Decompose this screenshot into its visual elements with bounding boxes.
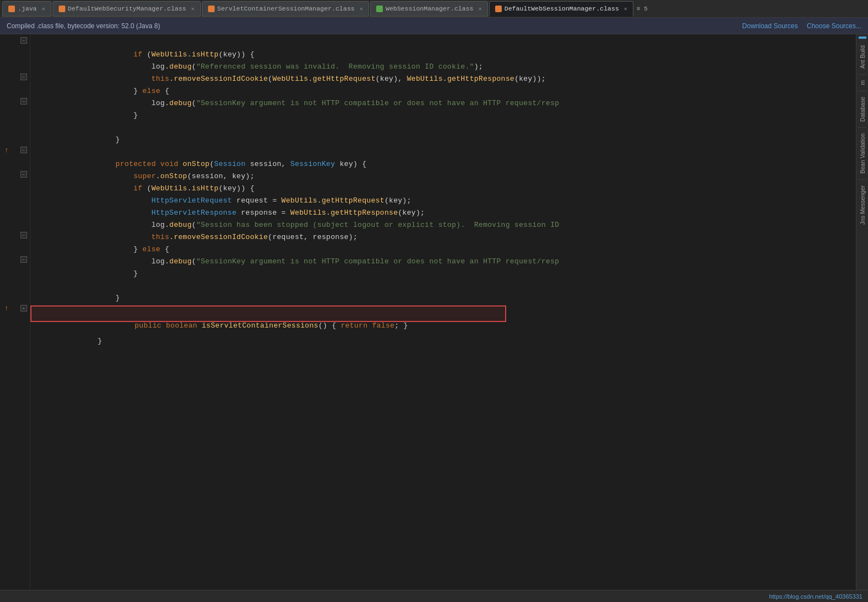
fold-icon-2[interactable]: − (20, 74, 27, 80)
fold-icon-5[interactable]: − (20, 171, 27, 178)
tab-web-session-manager-close[interactable]: ✕ (479, 6, 482, 12)
tab-servlet-container-label: ServletContainerSessionManager.class (217, 5, 355, 12)
fold-icon-6[interactable]: − (20, 232, 27, 238)
choose-sources-link[interactable]: Choose Sources... (807, 22, 861, 30)
code-line-16: this.removeSessionIdCookie(request, resp… (30, 219, 856, 231)
fold-icon-1[interactable]: − (20, 37, 27, 44)
code-line-14: HttpServletResponse response = WebUtils.… (30, 195, 856, 207)
tab-java-label: .java (18, 5, 37, 12)
code-line-22 (30, 292, 856, 304)
sidebar-tab-bean-validation[interactable]: Bean Validation (857, 129, 867, 178)
sidebar-divider-2 (858, 91, 867, 91)
status-bar: https://blog.csdn.net/qq_40365331 (0, 590, 868, 602)
tab-servlet-container-close[interactable]: ✕ (360, 6, 363, 12)
code-line-19: } (30, 256, 856, 268)
fold-icon-8[interactable]: + (20, 305, 27, 312)
code-line-4: } else { (30, 73, 856, 85)
right-sidebar: Ant Build m Database Bean Validation Jns… (856, 34, 868, 602)
code-line-13: HttpServletRequest request = WebUtils.ge… (30, 183, 856, 195)
notification-actions: Download Sources Choose Sources... (742, 22, 861, 30)
sidebar-tab-ant-build[interactable]: Ant Build (857, 41, 867, 73)
code-line-3: this.removeSessionIdCookie(WebUtils.getH… (30, 61, 856, 73)
tab-web-session-manager[interactable]: WebSessionManager.class ✕ (370, 1, 488, 17)
fold-icon-3[interactable]: − (20, 98, 27, 105)
code-line-1: if (WebUtils.isHttp(key)) { (30, 37, 856, 49)
class-file-icon-2 (208, 6, 215, 12)
tab-web-session-manager-label: WebSessionManager.class (386, 5, 474, 12)
scroll-indicator (859, 37, 866, 39)
tab-default-web-security[interactable]: DefaultWebSecurityManager.class ✕ (53, 1, 201, 17)
sidebar-divider-4 (858, 179, 867, 180)
code-line-18: log.debug("SessionKey argument is not HT… (30, 243, 856, 256)
code-line-11: super.onStop(session, key); (30, 158, 856, 170)
tab-bar: .java ✕ DefaultWebSecurityManager.class … (0, 0, 868, 18)
tab-default-web-security-close[interactable]: ✕ (191, 6, 194, 12)
main-content: − − − ↑ − (0, 34, 868, 602)
isservlet-arrow-icon: ↑ (4, 305, 9, 312)
code-line-8: } (30, 122, 856, 134)
tab-default-web-session-manager-label: DefaultWebSessionManager.class (505, 5, 619, 12)
sidebar-tab-database[interactable]: Database (857, 92, 867, 126)
onstop-arrow-icon: ↑ (4, 147, 9, 154)
code-line-21: } (30, 280, 856, 292)
code-line-15: log.debug("Session has been stopped (sub… (30, 207, 856, 219)
sidebar-tab-jns-messenger[interactable]: Jns Messenger (857, 181, 867, 229)
tab-servlet-container[interactable]: ServletContainerSessionManager.class ✕ (202, 1, 369, 17)
tab-default-web-security-label: DefaultWebSecurityManager.class (68, 5, 186, 12)
tab-default-web-session-manager[interactable]: DefaultWebSessionManager.class ✕ (489, 1, 633, 17)
status-url: https://blog.csdn.net/qq_40365331 (769, 593, 862, 600)
java-file-icon (8, 6, 15, 12)
code-line-5: log.debug("SessionKey argument is not HT… (30, 85, 856, 97)
download-sources-link[interactable]: Download Sources (742, 22, 798, 30)
class-file-icon-4 (495, 6, 502, 12)
code-line-2: log.debug("Referenced session was invali… (30, 49, 856, 61)
code-line-23: public boolean isServletContainerSession… (32, 308, 505, 320)
tab-active-close[interactable]: ✕ (624, 6, 627, 12)
fold-icon-7[interactable]: − (20, 256, 27, 263)
code-line-9 (30, 134, 856, 146)
code-line-24: } (30, 323, 856, 335)
sidebar-divider-1 (858, 74, 867, 75)
sidebar-tab-maven[interactable]: m (857, 76, 867, 90)
notification-bar: Compiled .class file, bytecode version: … (0, 18, 868, 34)
fold-icon-4[interactable]: − (20, 147, 27, 153)
tab-overflow[interactable]: ≡ 5 (637, 6, 648, 12)
class-file-icon-1 (59, 6, 65, 12)
class-file-icon-3 (376, 6, 383, 12)
left-gutter: − − − ↑ − (0, 34, 30, 602)
code-area[interactable]: if (WebUtils.isHttp(key)) { log.debug("R… (30, 34, 856, 602)
code-line-10: protected void onStop(Session session, S… (30, 146, 856, 158)
code-line-12: if (WebUtils.isHttp(key)) { (30, 170, 856, 183)
code-line-20 (30, 268, 856, 280)
highlighted-code-block: public boolean isServletContainerSession… (30, 305, 506, 322)
notification-text: Compiled .class file, bytecode version: … (7, 22, 160, 30)
sidebar-divider-3 (858, 127, 867, 128)
tab-java[interactable]: .java ✕ (2, 1, 51, 17)
code-line-6: } (30, 97, 856, 110)
code-line-7 (30, 110, 856, 122)
code-line-17: } else { (30, 231, 856, 243)
tab-java-close[interactable]: ✕ (42, 6, 45, 12)
